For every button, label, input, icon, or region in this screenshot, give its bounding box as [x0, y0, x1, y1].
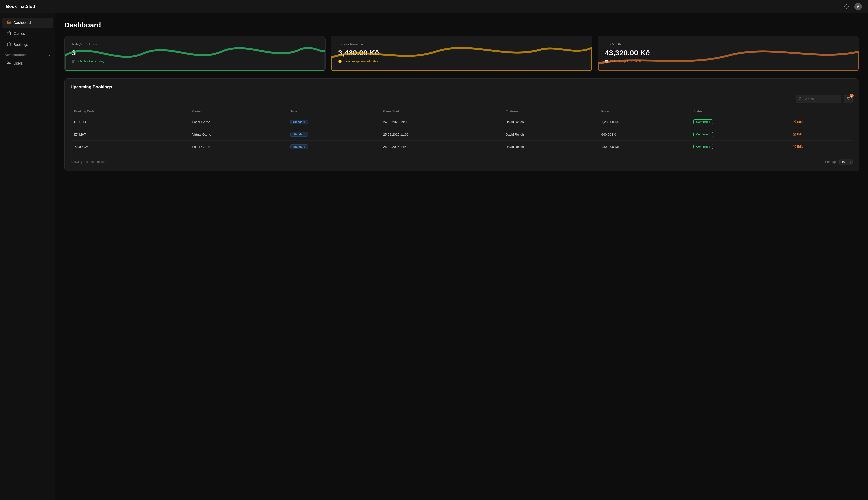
filter-button[interactable]: 0	[844, 95, 853, 103]
svg-point-6	[8, 61, 9, 62]
cell-type: Standard	[287, 140, 379, 153]
svg-marker-9	[847, 98, 850, 100]
table-toolbar: 0	[70, 95, 853, 103]
bookings-tbody: R8XIDB Laser Game Standard 24.02.2025 19…	[70, 116, 853, 153]
svg-rect-2	[7, 43, 10, 46]
cell-actions: Edit	[789, 128, 853, 140]
col-game-start: Game Start ⌄	[379, 107, 502, 116]
filter-badge: 0	[850, 94, 854, 98]
revenue-wave	[331, 36, 592, 71]
edit-button[interactable]: Edit	[793, 133, 803, 136]
sidebar-item-bookings-label: Bookings	[13, 43, 28, 47]
col-status: Status ⌄	[690, 107, 789, 116]
cell-price: 640.00 Kč	[598, 128, 690, 140]
col-actions	[789, 107, 853, 116]
per-page-container: 10 25 50 100 ▾	[839, 159, 853, 165]
sidebar-item-games-label: Games	[13, 32, 25, 36]
cell-status: Confirmed	[690, 128, 789, 140]
per-page-wrap: Per page 10 25 50 100 ▾	[825, 159, 853, 165]
month-wave	[598, 36, 859, 71]
search-wrap	[796, 95, 841, 103]
bookings-table: Booking Code ⌄ Game ⌄ Type ⌄ Game Star	[70, 107, 853, 152]
table-row: R8XIDB Laser Game Standard 24.02.2025 19…	[70, 116, 853, 128]
sort-icon: ⌄	[401, 110, 403, 113]
admin-section-label: Administration	[4, 53, 26, 57]
sidebar-item-dashboard[interactable]: Dashboard	[2, 18, 53, 27]
cell-game-start: 24.02.2025 19:00	[379, 116, 502, 128]
bookings-wave	[65, 36, 325, 71]
col-price: Price ⌄	[598, 107, 690, 116]
cell-price: 1,280.00 Kč	[598, 116, 690, 128]
main-content: Dashboard Today's Bookings 3 🛒 Total boo…	[55, 13, 868, 500]
table-header-row: Booking Code ⌄ Game ⌄ Type ⌄ Game Star	[70, 107, 853, 116]
topbar: BookThatSlot! A	[0, 0, 868, 13]
col-game: Game ⌄	[189, 107, 287, 116]
sort-icon: ⌄	[97, 110, 99, 113]
bookings-section: Upcoming Bookings 0	[64, 78, 859, 171]
cell-booking-code: R8XIDB	[70, 116, 189, 128]
sidebar-item-users[interactable]: Users	[2, 58, 53, 68]
type-badge: Standard	[290, 132, 308, 137]
sidebar-item-games[interactable]: Games	[2, 29, 53, 39]
cell-booking-code: YSJEGW	[70, 140, 189, 153]
admin-section-header[interactable]: Administration ▲	[0, 50, 55, 58]
cell-game: Virtual Game	[189, 128, 287, 140]
sort-icon: ⌄	[299, 110, 301, 113]
settings-button[interactable]	[842, 2, 850, 11]
status-badge: Confirmed	[693, 120, 713, 125]
cell-price: 1,560.00 Kč	[598, 140, 690, 153]
col-customer: Customer ⌄	[502, 107, 598, 116]
status-badge: Confirmed	[693, 144, 713, 149]
user-avatar[interactable]: A	[855, 3, 862, 10]
app-logo: BookThatSlot!	[6, 4, 35, 9]
cell-game: Laser Game	[189, 140, 287, 153]
stat-card-this-month: This Month 43,320.00 Kč 📈 37 bookings th…	[598, 36, 859, 71]
bookings-section-title: Upcoming Bookings	[70, 84, 853, 90]
type-badge: Standard	[290, 144, 308, 149]
cell-actions: Edit	[789, 140, 853, 153]
edit-button[interactable]: Edit	[793, 145, 803, 148]
per-page-label: Per page	[825, 160, 837, 164]
sidebar-item-users-label: Users	[13, 61, 23, 65]
per-page-select[interactable]: 10 25 50 100	[839, 159, 853, 165]
table-row: IZYMHT Virtual Game Standard 25.02.2025 …	[70, 128, 853, 140]
sidebar-item-dashboard-label: Dashboard	[13, 21, 31, 25]
users-icon	[7, 61, 11, 66]
sort-icon: ⌄	[704, 110, 706, 113]
sidebar-item-bookings[interactable]: Bookings	[2, 39, 53, 50]
status-badge: Confirmed	[693, 132, 713, 137]
col-booking-code: Booking Code ⌄	[70, 107, 189, 116]
cell-type: Standard	[287, 116, 379, 128]
cell-game-start: 25.02.2025 14:40	[379, 140, 502, 153]
main-layout: Dashboard Games Bookings	[0, 13, 868, 500]
games-icon	[7, 31, 11, 36]
sort-icon: ⌄	[202, 110, 204, 113]
topbar-right: A	[842, 2, 862, 11]
page-title: Dashboard	[64, 21, 859, 29]
stat-card-bookings-today: Today's Bookings 3 🛒 Total bookings toda…	[64, 36, 326, 71]
type-badge: Standard	[290, 120, 308, 124]
edit-button[interactable]: Edit	[793, 120, 803, 124]
sort-icon: ⌄	[610, 110, 612, 113]
cell-status: Confirmed	[690, 140, 789, 153]
cell-game: Laser Game	[189, 116, 287, 128]
table-header: Booking Code ⌄ Game ⌄ Type ⌄ Game Star	[70, 107, 853, 116]
cell-booking-code: IZYMHT	[70, 128, 189, 140]
stat-card-revenue-today: Today's Revenue 3,480.00 Kč 😊 Revenue ge…	[331, 36, 592, 71]
svg-line-8	[801, 99, 801, 100]
svg-point-7	[799, 98, 801, 100]
cell-customer: David Relich	[502, 116, 598, 128]
table-row: YSJEGW Laser Game Standard 25.02.2025 14…	[70, 140, 853, 153]
search-input[interactable]	[796, 95, 841, 103]
cell-game-start: 25.02.2025 11:00	[379, 128, 502, 140]
cell-customer: David Relich	[502, 128, 598, 140]
search-icon	[799, 97, 802, 101]
svg-rect-1	[7, 32, 10, 35]
col-type: Type ⌄	[287, 107, 379, 116]
table-footer: Showing 1 to 3 of 3 results Per page 10 …	[70, 155, 853, 165]
cell-type: Standard	[287, 128, 379, 140]
sidebar: Dashboard Games Bookings	[0, 13, 55, 500]
admin-collapse-icon: ▲	[48, 54, 51, 56]
svg-point-0	[846, 6, 847, 7]
home-icon	[7, 20, 11, 25]
